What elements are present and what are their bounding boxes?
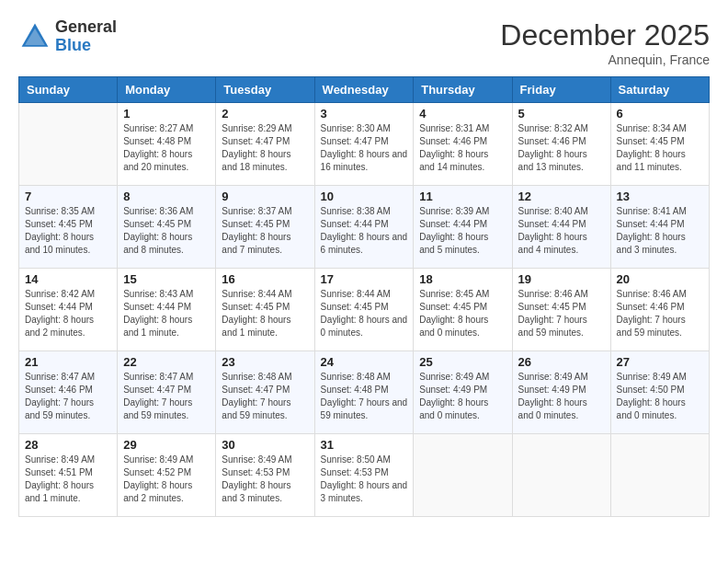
day-info: Sunrise: 8:40 AMSunset: 4:44 PMDaylight:… xyxy=(518,205,605,257)
calendar-cell: 14Sunrise: 8:42 AMSunset: 4:44 PMDayligh… xyxy=(19,269,118,351)
calendar-cell: 16Sunrise: 8:44 AMSunset: 4:45 PMDayligh… xyxy=(216,269,314,351)
day-number: 31 xyxy=(321,438,408,452)
calendar-cell: 5Sunrise: 8:32 AMSunset: 4:46 PMDaylight… xyxy=(512,103,610,186)
calendar-cell: 18Sunrise: 8:45 AMSunset: 4:45 PMDayligh… xyxy=(414,269,512,351)
day-of-week-header: Monday xyxy=(118,77,216,103)
day-number: 4 xyxy=(419,107,506,121)
calendar-cell: 28Sunrise: 8:49 AMSunset: 4:51 PMDayligh… xyxy=(19,434,118,517)
day-number: 21 xyxy=(25,355,111,369)
calendar-cell: 31Sunrise: 8:50 AMSunset: 4:53 PMDayligh… xyxy=(314,434,414,517)
calendar-cell: 26Sunrise: 8:49 AMSunset: 4:49 PMDayligh… xyxy=(512,351,610,434)
calendar-cell: 2Sunrise: 8:29 AMSunset: 4:47 PMDaylight… xyxy=(216,103,314,186)
day-number: 11 xyxy=(419,190,506,203)
calendar-cell: 25Sunrise: 8:49 AMSunset: 4:49 PMDayligh… xyxy=(414,351,512,434)
calendar-cell: 11Sunrise: 8:39 AMSunset: 4:44 PMDayligh… xyxy=(414,186,512,269)
day-info: Sunrise: 8:34 AMSunset: 4:45 PMDaylight:… xyxy=(617,122,703,174)
day-of-week-header: Tuesday xyxy=(216,77,314,103)
page-header: General Blue December 2025 Annequin, Fra… xyxy=(18,18,710,67)
day-info: Sunrise: 8:37 AMSunset: 4:45 PMDaylight:… xyxy=(222,205,308,257)
calendar-cell xyxy=(610,434,709,517)
day-info: Sunrise: 8:45 AMSunset: 4:45 PMDaylight:… xyxy=(419,288,506,339)
calendar-cell: 10Sunrise: 8:38 AMSunset: 4:44 PMDayligh… xyxy=(314,186,414,269)
calendar-cell: 3Sunrise: 8:30 AMSunset: 4:47 PMDaylight… xyxy=(314,103,414,186)
calendar-cell: 9Sunrise: 8:37 AMSunset: 4:45 PMDaylight… xyxy=(216,186,314,269)
day-info: Sunrise: 8:44 AMSunset: 4:45 PMDaylight:… xyxy=(222,288,308,339)
day-info: Sunrise: 8:47 AMSunset: 4:47 PMDaylight:… xyxy=(123,371,210,422)
logo-general-text: General xyxy=(55,17,117,36)
day-info: Sunrise: 8:44 AMSunset: 4:45 PMDaylight:… xyxy=(321,288,408,339)
day-info: Sunrise: 8:49 AMSunset: 4:52 PMDaylight:… xyxy=(123,454,210,505)
calendar-week-row: 1Sunrise: 8:27 AMSunset: 4:48 PMDaylight… xyxy=(19,103,710,186)
day-info: Sunrise: 8:35 AMSunset: 4:45 PMDaylight:… xyxy=(25,205,111,257)
day-info: Sunrise: 8:41 AMSunset: 4:44 PMDaylight:… xyxy=(617,205,703,257)
calendar-week-row: 21Sunrise: 8:47 AMSunset: 4:46 PMDayligh… xyxy=(19,351,710,434)
day-of-week-header: Friday xyxy=(512,77,610,103)
day-number: 1 xyxy=(123,107,210,121)
calendar-week-row: 28Sunrise: 8:49 AMSunset: 4:51 PMDayligh… xyxy=(19,434,710,517)
calendar-cell: 7Sunrise: 8:35 AMSunset: 4:45 PMDaylight… xyxy=(19,186,118,269)
day-number: 15 xyxy=(123,272,210,286)
day-of-week-header: Wednesday xyxy=(314,77,414,103)
day-info: Sunrise: 8:48 AMSunset: 4:48 PMDaylight:… xyxy=(321,371,408,422)
calendar-cell: 27Sunrise: 8:49 AMSunset: 4:50 PMDayligh… xyxy=(610,351,709,434)
day-number: 9 xyxy=(222,190,308,203)
calendar-cell: 15Sunrise: 8:43 AMSunset: 4:44 PMDayligh… xyxy=(118,269,216,351)
calendar-cell: 12Sunrise: 8:40 AMSunset: 4:44 PMDayligh… xyxy=(512,186,610,269)
calendar-cell: 4Sunrise: 8:31 AMSunset: 4:46 PMDaylight… xyxy=(414,103,512,186)
day-info: Sunrise: 8:38 AMSunset: 4:44 PMDaylight:… xyxy=(321,205,408,257)
day-number: 5 xyxy=(518,107,605,121)
day-info: Sunrise: 8:49 AMSunset: 4:50 PMDaylight:… xyxy=(617,371,703,422)
day-number: 19 xyxy=(518,272,605,286)
calendar-cell: 13Sunrise: 8:41 AMSunset: 4:44 PMDayligh… xyxy=(610,186,709,269)
calendar-cell: 23Sunrise: 8:48 AMSunset: 4:47 PMDayligh… xyxy=(216,351,314,434)
calendar-cell: 6Sunrise: 8:34 AMSunset: 4:45 PMDaylight… xyxy=(610,103,709,186)
calendar-cell xyxy=(414,434,512,517)
day-number: 27 xyxy=(617,355,703,369)
day-info: Sunrise: 8:50 AMSunset: 4:53 PMDaylight:… xyxy=(321,454,408,505)
calendar-table: SundayMondayTuesdayWednesdayThursdayFrid… xyxy=(18,76,710,517)
day-info: Sunrise: 8:27 AMSunset: 4:48 PMDaylight:… xyxy=(123,122,210,174)
day-number: 22 xyxy=(123,355,210,369)
day-info: Sunrise: 8:46 AMSunset: 4:46 PMDaylight:… xyxy=(617,288,703,339)
day-info: Sunrise: 8:30 AMSunset: 4:47 PMDaylight:… xyxy=(321,122,408,174)
calendar-cell: 8Sunrise: 8:36 AMSunset: 4:45 PMDaylight… xyxy=(118,186,216,269)
day-info: Sunrise: 8:36 AMSunset: 4:45 PMDaylight:… xyxy=(123,205,210,257)
day-number: 17 xyxy=(321,272,408,286)
day-number: 10 xyxy=(321,190,408,203)
day-info: Sunrise: 8:48 AMSunset: 4:47 PMDaylight:… xyxy=(222,371,308,422)
logo: General Blue xyxy=(18,18,117,55)
calendar-cell: 29Sunrise: 8:49 AMSunset: 4:52 PMDayligh… xyxy=(118,434,216,517)
location: Annequin, France xyxy=(500,52,710,67)
calendar-cell: 1Sunrise: 8:27 AMSunset: 4:48 PMDaylight… xyxy=(118,103,216,186)
day-number: 14 xyxy=(25,272,111,286)
calendar-week-row: 14Sunrise: 8:42 AMSunset: 4:44 PMDayligh… xyxy=(19,269,710,351)
day-info: Sunrise: 8:31 AMSunset: 4:46 PMDaylight:… xyxy=(419,122,506,174)
calendar-cell xyxy=(19,103,118,186)
day-of-week-header: Thursday xyxy=(414,77,512,103)
day-info: Sunrise: 8:42 AMSunset: 4:44 PMDaylight:… xyxy=(25,288,111,339)
day-info: Sunrise: 8:49 AMSunset: 4:49 PMDaylight:… xyxy=(518,371,605,422)
day-number: 28 xyxy=(25,438,111,452)
calendar-cell: 22Sunrise: 8:47 AMSunset: 4:47 PMDayligh… xyxy=(118,351,216,434)
day-info: Sunrise: 8:46 AMSunset: 4:45 PMDaylight:… xyxy=(518,288,605,339)
day-info: Sunrise: 8:39 AMSunset: 4:44 PMDaylight:… xyxy=(419,205,506,257)
day-number: 29 xyxy=(123,438,210,452)
calendar-cell: 17Sunrise: 8:44 AMSunset: 4:45 PMDayligh… xyxy=(314,269,414,351)
day-number: 13 xyxy=(617,190,703,203)
calendar-cell: 30Sunrise: 8:49 AMSunset: 4:53 PMDayligh… xyxy=(216,434,314,517)
logo-icon xyxy=(18,20,51,53)
day-info: Sunrise: 8:49 AMSunset: 4:49 PMDaylight:… xyxy=(419,371,506,422)
day-info: Sunrise: 8:49 AMSunset: 4:51 PMDaylight:… xyxy=(25,454,111,505)
calendar-cell xyxy=(512,434,610,517)
day-number: 18 xyxy=(419,272,506,286)
month-title: December 2025 xyxy=(500,18,710,52)
calendar-cell: 24Sunrise: 8:48 AMSunset: 4:48 PMDayligh… xyxy=(314,351,414,434)
day-number: 8 xyxy=(123,190,210,203)
day-number: 23 xyxy=(222,355,308,369)
calendar-cell: 19Sunrise: 8:46 AMSunset: 4:45 PMDayligh… xyxy=(512,269,610,351)
day-number: 7 xyxy=(25,190,111,203)
day-of-week-header: Saturday xyxy=(610,77,709,103)
day-number: 20 xyxy=(617,272,703,286)
title-block: December 2025 Annequin, France xyxy=(500,18,710,67)
day-info: Sunrise: 8:49 AMSunset: 4:53 PMDaylight:… xyxy=(222,454,308,505)
